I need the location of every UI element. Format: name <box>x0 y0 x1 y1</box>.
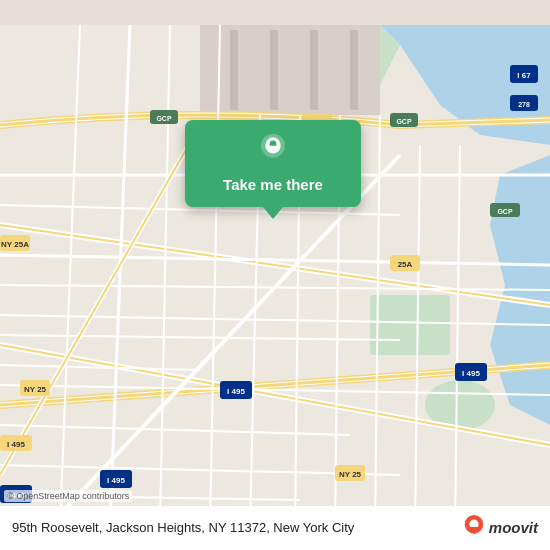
map-svg: 25A GCP GCP I 67 NY 25 25A NY 25 I 495 I… <box>0 0 550 550</box>
svg-rect-9 <box>350 30 358 110</box>
svg-text:I 67: I 67 <box>517 71 531 80</box>
svg-text:NY 25: NY 25 <box>339 470 362 479</box>
svg-text:GCP: GCP <box>497 208 513 215</box>
svg-text:I 495: I 495 <box>107 476 125 485</box>
address-text: 95th Roosevelt, Jackson Heights, NY 1137… <box>12 520 455 535</box>
moovit-logo: moovit <box>463 514 538 540</box>
moovit-brand-text: moovit <box>489 519 538 536</box>
location-popup-card: Take me there <box>185 120 361 207</box>
svg-text:I 495: I 495 <box>227 387 245 396</box>
moovit-pin-icon <box>463 514 485 540</box>
map-container: 25A GCP GCP I 67 NY 25 25A NY 25 I 495 I… <box>0 0 550 550</box>
svg-rect-7 <box>270 30 278 110</box>
svg-rect-6 <box>230 30 238 110</box>
svg-text:I 495: I 495 <box>7 440 25 449</box>
osm-text: © OpenStreetMap contributors <box>7 491 129 501</box>
svg-text:I 495: I 495 <box>462 369 480 378</box>
osm-attribution: © OpenStreetMap contributors <box>4 490 132 502</box>
svg-rect-3 <box>370 295 450 355</box>
svg-rect-8 <box>310 30 318 110</box>
svg-text:GCP: GCP <box>156 115 172 122</box>
svg-text:278: 278 <box>518 101 530 108</box>
bottom-bar: 95th Roosevelt, Jackson Heights, NY 1137… <box>0 506 550 550</box>
take-me-there-button[interactable]: Take me there <box>223 176 323 193</box>
svg-text:GCP: GCP <box>396 118 412 125</box>
svg-text:25A: 25A <box>398 260 413 269</box>
svg-text:NY 25: NY 25 <box>24 385 47 394</box>
svg-text:NY 25A: NY 25A <box>1 240 29 249</box>
location-pin-icon <box>255 132 291 168</box>
